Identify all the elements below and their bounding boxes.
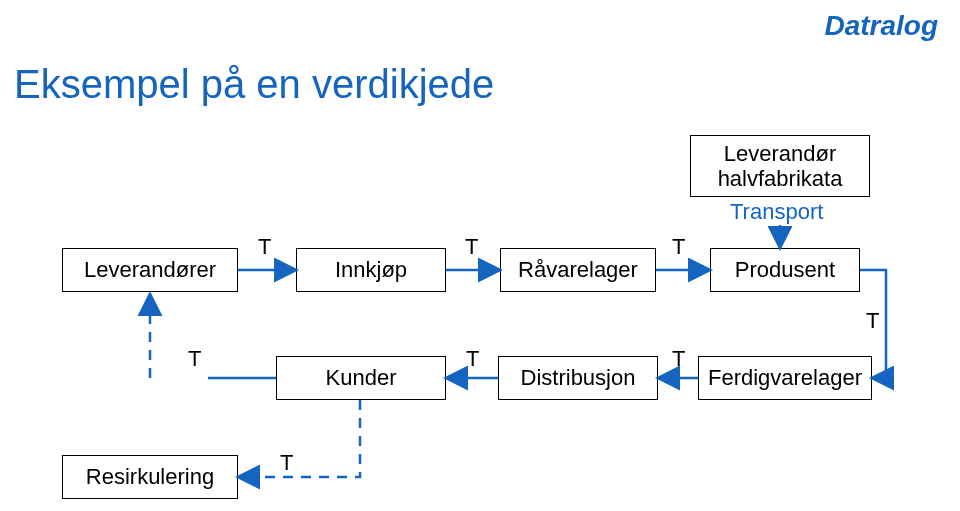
box-leverandorer: Leverandører xyxy=(62,248,238,292)
t-label-2: T xyxy=(465,234,478,260)
t-label-3: T xyxy=(672,234,685,260)
t-label-7: T xyxy=(672,346,685,372)
box-leverandor-halvfabrikata: Leverandør halvfabrikata xyxy=(690,135,870,197)
t-label-1: T xyxy=(258,234,271,260)
box-produsent: Produsent xyxy=(710,248,860,292)
box-kunder: Kunder xyxy=(276,356,446,400)
t-label-4: T xyxy=(866,308,879,334)
box-innkjop: Innkjøp xyxy=(296,248,446,292)
box-distribusjon: Distribusjon xyxy=(498,356,658,400)
transport-label-top: Transport xyxy=(730,199,823,225)
t-label-6: T xyxy=(466,346,479,372)
t-label-5: T xyxy=(188,346,201,372)
page-title: Eksempel på en verdikjede xyxy=(14,62,494,107)
box-ravarelager: Råvarelager xyxy=(500,248,656,292)
box-ferdigvarelager: Ferdigvarelager xyxy=(698,356,872,400)
t-label-8: T xyxy=(280,450,293,476)
brand-logo: Datralog xyxy=(824,10,938,42)
box-resirkulering: Resirkulering xyxy=(62,455,238,499)
